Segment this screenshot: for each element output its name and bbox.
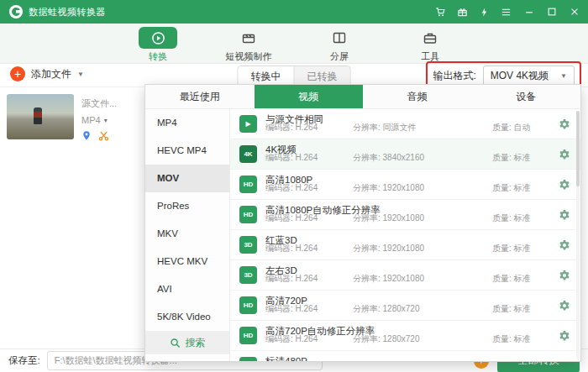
format-resolution: 分辨率: 1920x1080 bbox=[353, 273, 424, 285]
format-resolution: 分辨率: 1920x1080 bbox=[353, 182, 424, 194]
format-quality: 质量: 标准 bbox=[492, 273, 531, 285]
scrollbar-track[interactable] bbox=[576, 111, 580, 359]
format-panel-body: MP4 HEVC MP4 MOV ProRes MKV HEVC MKV AVI… bbox=[145, 109, 580, 361]
tab-convert[interactable]: 转换 bbox=[125, 24, 191, 63]
tab-short-video[interactable]: 短视频制作 bbox=[216, 24, 281, 63]
titlebar: 数据蛙视频转换器 bbox=[0, 0, 588, 24]
toolbox-icon bbox=[411, 27, 449, 49]
cart-icon[interactable] bbox=[435, 7, 446, 18]
sidebar-item-hevc-mkv[interactable]: HEVC MKV bbox=[145, 248, 229, 275]
format-encoder: 编码器: H.264 bbox=[265, 333, 318, 345]
sidebar-item-5k8k[interactable]: 5K/8K Video bbox=[145, 303, 229, 331]
video-thumbnail bbox=[7, 94, 74, 139]
format-quality: 质量: 标准 bbox=[492, 182, 531, 194]
format-badge-icon: SD bbox=[239, 357, 257, 361]
tab-device[interactable]: 设备 bbox=[472, 85, 581, 108]
split-screen-icon bbox=[320, 27, 359, 49]
format-quality: 质量: 标准 bbox=[492, 333, 531, 345]
format-search-button[interactable]: 搜索 bbox=[145, 331, 229, 354]
format-badge-icon: 4K bbox=[239, 145, 257, 163]
format-panel: 最近使用 视频 音频 设备 MP4 HEVC MP4 MOV ProRes MK… bbox=[144, 84, 581, 362]
format-resolution: 分辨率: 1920x1080 bbox=[353, 212, 424, 224]
pin-icon[interactable] bbox=[81, 130, 92, 141]
format-option-row[interactable]: 3D 左右3D 编码器: H.264 分辨率: 1920x1080 质量: 标准 bbox=[230, 260, 580, 291]
output-format-label: 输出格式: bbox=[433, 69, 475, 83]
sidebar-item-hevc-mp4[interactable]: HEVC MP4 bbox=[145, 137, 229, 165]
add-file-button[interactable]: + 添加文件 ▼ bbox=[10, 66, 84, 81]
lightning-icon[interactable] bbox=[479, 7, 490, 18]
format-quality: 质量: 自动 bbox=[492, 122, 531, 134]
format-resolution: 分辨率: 1280x720 bbox=[353, 333, 420, 345]
format-encoder: 编码器: H.264 bbox=[265, 152, 318, 164]
sidebar-item-prores[interactable]: ProRes bbox=[145, 192, 229, 220]
scissors-icon[interactable] bbox=[98, 130, 109, 141]
format-encoder: 编码器: H.264 bbox=[265, 212, 318, 224]
settings-gear-icon[interactable] bbox=[559, 118, 570, 130]
format-option-row[interactable]: HD 高清720P自动修正分辨率 编码器: H.264 分辨率: 1280x72… bbox=[230, 321, 580, 351]
format-badge-icon: ▶ bbox=[239, 115, 257, 133]
settings-gear-icon[interactable] bbox=[559, 179, 570, 191]
tab-audio[interactable]: 音频 bbox=[363, 85, 472, 108]
titlebar-actions bbox=[435, 7, 580, 18]
gift-icon[interactable] bbox=[457, 7, 468, 18]
format-option-row[interactable]: HD 高清1080P自动修正分辨率 编码器: H.264 分辨率: 1920x1… bbox=[230, 200, 580, 230]
settings-gear-icon[interactable] bbox=[559, 239, 570, 251]
close-button[interactable] bbox=[570, 7, 580, 17]
tab-recent[interactable]: 最近使用 bbox=[145, 85, 255, 108]
thumbnail-figure bbox=[34, 107, 42, 124]
settings-gear-icon[interactable] bbox=[559, 300, 570, 312]
format-option-row[interactable]: HD 高清720P 编码器: H.264 分辨率: 1280x720 质量: 标… bbox=[230, 291, 580, 321]
scrollbar-thumb[interactable] bbox=[576, 111, 580, 186]
format-resolution: 分辨率: 3840x2160 bbox=[353, 152, 424, 164]
format-resolution: 分辨率: 同源文件 bbox=[353, 122, 417, 134]
sidebar-item-mp4[interactable]: MP4 bbox=[145, 109, 229, 137]
short-video-icon bbox=[229, 27, 268, 49]
format-badge-icon: HD bbox=[239, 296, 257, 314]
format-option-row[interactable]: SD 标清480P bbox=[230, 351, 580, 361]
format-option-row[interactable]: ▶ 与源文件相同 编码器: H.264 分辨率: 同源文件 质量: 自动 bbox=[230, 109, 580, 139]
format-sidebar: MP4 HEVC MP4 MOV ProRes MKV HEVC MKV AVI… bbox=[145, 109, 230, 361]
menu-icon[interactable] bbox=[501, 7, 512, 18]
format-option-row[interactable]: HD 高清1080P 编码器: H.264 分辨率: 1920x1080 质量:… bbox=[230, 170, 580, 200]
source-file-label: 源文件... bbox=[81, 97, 117, 110]
search-label: 搜索 bbox=[186, 336, 206, 350]
tab-convert-label: 转换 bbox=[149, 50, 167, 63]
chevron-down-icon: ▼ bbox=[560, 72, 567, 80]
output-format-value: MOV 4K视频 bbox=[491, 69, 549, 83]
tab-split-screen[interactable]: 分屏 bbox=[307, 24, 372, 63]
file-format-value: MP4 bbox=[81, 115, 101, 125]
format-title: 标清480P bbox=[265, 355, 307, 361]
format-encoder: 编码器: H.264 bbox=[265, 243, 318, 254]
settings-gear-icon[interactable] bbox=[559, 270, 570, 281]
format-options-list: ▶ 与源文件相同 编码器: H.264 分辨率: 同源文件 质量: 自动 4K … bbox=[230, 109, 580, 361]
format-badge-icon: 3D bbox=[239, 266, 257, 284]
minimize-button[interactable] bbox=[524, 7, 534, 17]
sidebar-item-mov[interactable]: MOV bbox=[145, 165, 229, 192]
sidebar-item-mkv[interactable]: MKV bbox=[145, 220, 229, 248]
tab-split-screen-label: 分屏 bbox=[330, 50, 349, 63]
app-logo-icon bbox=[8, 4, 24, 19]
maximize-button[interactable] bbox=[547, 7, 557, 17]
add-file-label: 添加文件 bbox=[31, 67, 71, 81]
tab-video[interactable]: 视频 bbox=[255, 85, 364, 108]
app-title: 数据蛙视频转换器 bbox=[29, 6, 106, 18]
sidebar-item-avi[interactable]: AVI bbox=[145, 275, 229, 303]
settings-gear-icon[interactable] bbox=[559, 330, 570, 342]
settings-gear-icon[interactable] bbox=[559, 209, 570, 221]
format-quality: 质量: 标准 bbox=[492, 152, 531, 164]
format-badge-icon: HD bbox=[239, 327, 257, 344]
save-to-label: 保存至: bbox=[8, 354, 40, 367]
file-format-dropdown[interactable]: MP4 ▾ bbox=[81, 115, 117, 125]
format-encoder: 编码器: H.264 bbox=[265, 303, 318, 315]
tab-tools[interactable]: 工具 bbox=[397, 24, 463, 63]
settings-gear-icon[interactable] bbox=[559, 149, 570, 160]
format-option-row[interactable]: 3D 红蓝3D 编码器: H.264 分辨率: 1920x1080 质量: 标准 bbox=[230, 230, 580, 260]
format-badge-icon: HD bbox=[239, 176, 257, 193]
format-resolution: 分辨率: 1920x1080 bbox=[353, 243, 424, 254]
file-list-item[interactable]: 源文件... MP4 ▾ bbox=[7, 94, 117, 141]
file-item-actions bbox=[81, 130, 117, 141]
search-icon bbox=[170, 338, 181, 348]
format-quality: 质量: 标准 bbox=[492, 212, 531, 224]
format-option-row[interactable]: 4K 4K视频 编码器: H.264 分辨率: 3840x2160 质量: 标准 bbox=[230, 139, 580, 170]
format-panel-tabs: 最近使用 视频 音频 设备 bbox=[145, 85, 580, 109]
